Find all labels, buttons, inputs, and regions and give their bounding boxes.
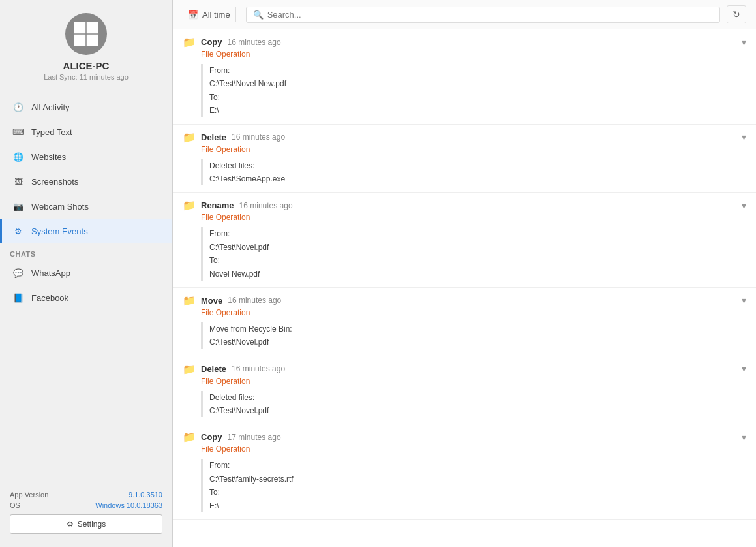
event-item: 📁 Delete 16 minutes ago ▾ File Operation…: [173, 125, 756, 193]
event-item: 📁 Rename 16 minutes ago ▾ File Operation…: [173, 193, 756, 288]
sidebar-item-label: Facebook: [31, 293, 68, 303]
sidebar-nav: 🕐 All Activity ⌨ Typed Text 🌐 Websites 🖼…: [0, 91, 172, 484]
event-header: 📁 Rename 16 minutes ago ▾: [183, 199, 746, 211]
settings-label: Settings: [78, 520, 106, 529]
globe-icon: 🌐: [12, 150, 25, 163]
sidebar-item-label: System Events: [31, 227, 88, 236]
folder-icon: 📁: [183, 36, 196, 48]
event-category: File Operation: [201, 50, 746, 59]
chats-section-label: CHATS: [0, 243, 172, 260]
sidebar-item-typed-text[interactable]: ⌨ Typed Text: [0, 119, 172, 144]
os-row: OS Windows 10.0.18363: [10, 501, 162, 509]
event-item: 📁 Delete 16 minutes ago ▾ File Operation…: [173, 356, 756, 425]
chevron-down-icon[interactable]: ▾: [742, 132, 746, 142]
events-list: 📁 Copy 16 minutes ago ▾ File Operation F…: [173, 29, 756, 547]
event-type: Move: [201, 296, 222, 305]
event-type: Rename: [201, 200, 234, 210]
event-details: Move from Recycle Bin:C:\Test\Novel.pdf: [201, 322, 746, 349]
os-label: OS: [10, 501, 20, 509]
keyboard-icon: ⌨: [12, 125, 25, 138]
folder-icon: 📁: [183, 363, 196, 375]
search-input[interactable]: [267, 10, 713, 20]
sidebar-item-facebook[interactable]: 📘 Facebook: [0, 285, 172, 310]
event-category: File Operation: [201, 445, 746, 454]
sidebar-item-system-events[interactable]: ⚙ System Events: [0, 219, 172, 243]
sidebar-item-label: Webcam Shots: [31, 202, 89, 211]
folder-icon: 📁: [183, 199, 196, 211]
pc-name: ALICE-PC: [63, 60, 110, 71]
time-filter[interactable]: 📅 All time: [183, 7, 236, 22]
chevron-down-icon[interactable]: ▾: [742, 295, 746, 305]
chevron-down-icon[interactable]: ▾: [742, 37, 746, 48]
clock-icon: 🕐: [12, 101, 25, 114]
event-header: 📁 Delete 16 minutes ago ▾: [183, 363, 746, 375]
sidebar-item-websites[interactable]: 🌐 Websites: [0, 144, 172, 169]
refresh-button[interactable]: ↻: [727, 5, 746, 23]
chevron-down-icon[interactable]: ▾: [742, 364, 746, 374]
sidebar-item-screenshots[interactable]: 🖼 Screenshots: [0, 169, 172, 194]
chevron-down-icon[interactable]: ▾: [742, 432, 746, 443]
last-sync: Last Sync: 11 minutes ago: [44, 73, 129, 81]
event-type: Copy: [201, 37, 222, 47]
sidebar-item-label: WhatsApp: [31, 268, 70, 278]
event-category: File Operation: [201, 213, 746, 222]
event-item: 📁 Move 16 minutes ago ▾ File Operation M…: [173, 288, 756, 356]
event-header: 📁 Move 16 minutes ago ▾: [183, 294, 746, 307]
time-filter-label: All time: [202, 10, 230, 20]
main-panel: 📅 All time 🔍 ↻ 📁 Copy 16 minutes ago ▾ F…: [173, 0, 756, 547]
event-details: From:C:\Test\Novel New.pdfTo:E:\: [201, 64, 746, 117]
app-version-row: App Version 9.1.0.3510: [10, 491, 162, 499]
folder-icon: 📁: [183, 431, 196, 443]
gear-icon: ⚙: [67, 520, 74, 529]
sidebar-item-webcam-shots[interactable]: 📷 Webcam Shots: [0, 194, 172, 219]
sidebar-item-label: All Activity: [31, 102, 70, 112]
event-category: File Operation: [201, 377, 746, 386]
folder-icon: 📁: [183, 131, 196, 144]
event-details: From:C:\Test\family-secrets.rtfTo:E:\: [201, 459, 746, 512]
event-details: From:C:\Test\Novel.pdfTo:Novel New.pdf: [201, 227, 746, 281]
event-header: 📁 Delete 16 minutes ago ▾: [183, 131, 746, 144]
refresh-icon: ↻: [733, 9, 740, 20]
event-item: 📁 Copy 16 minutes ago ▾ File Operation F…: [173, 29, 756, 125]
os-value: Windows 10.0.18363: [95, 501, 162, 509]
event-time: 16 minutes ago: [228, 296, 281, 305]
chevron-down-icon[interactable]: ▾: [742, 200, 746, 211]
event-type: Copy: [201, 432, 222, 442]
sidebar-item-label: Websites: [31, 152, 66, 162]
event-header: 📁 Copy 16 minutes ago ▾: [183, 36, 746, 48]
sidebar: ALICE-PC Last Sync: 11 minutes ago 🕐 All…: [0, 0, 173, 547]
top-bar: 📅 All time 🔍 ↻: [173, 0, 756, 29]
search-box: 🔍: [246, 7, 720, 23]
event-time: 16 minutes ago: [232, 133, 285, 142]
settings-button[interactable]: ⚙ Settings: [10, 514, 162, 534]
event-time: 16 minutes ago: [239, 201, 293, 210]
event-details: Deleted files:C:\Test\Novel.pdf: [201, 391, 746, 418]
event-details: Deleted files:C:\Test\SomeApp.exe: [201, 159, 746, 186]
search-icon: 🔍: [253, 10, 264, 20]
camera-icon: 📷: [12, 200, 25, 213]
folder-icon: 📁: [183, 294, 196, 307]
event-time: 16 minutes ago: [232, 364, 285, 373]
calendar-icon: 📅: [188, 10, 198, 20]
app-version-value: 9.1.0.3510: [129, 491, 162, 499]
avatar: [65, 13, 107, 55]
event-header: 📁 Copy 17 minutes ago ▾: [183, 431, 746, 443]
facebook-icon: 📘: [12, 291, 25, 304]
event-item: 📁 Copy 17 minutes ago ▾ File Operation F…: [173, 424, 756, 520]
whatsapp-icon: 💬: [12, 266, 25, 279]
app-version-label: App Version: [10, 491, 48, 499]
event-type: Delete: [201, 364, 226, 374]
event-category: File Operation: [201, 145, 746, 154]
event-time: 17 minutes ago: [228, 433, 281, 442]
sidebar-header: ALICE-PC Last Sync: 11 minutes ago: [0, 0, 172, 91]
gear-icon: ⚙: [12, 225, 25, 238]
sidebar-item-label: Screenshots: [31, 177, 78, 187]
event-time: 16 minutes ago: [228, 38, 281, 47]
event-type: Delete: [201, 133, 226, 142]
image-icon: 🖼: [12, 175, 25, 188]
sidebar-item-label: Typed Text: [31, 127, 72, 137]
sidebar-item-whatsapp[interactable]: 💬 WhatsApp: [0, 260, 172, 285]
event-category: File Operation: [201, 308, 746, 317]
sidebar-footer: App Version 9.1.0.3510 OS Windows 10.0.1…: [0, 484, 172, 540]
sidebar-item-all-activity[interactable]: 🕐 All Activity: [0, 95, 172, 119]
